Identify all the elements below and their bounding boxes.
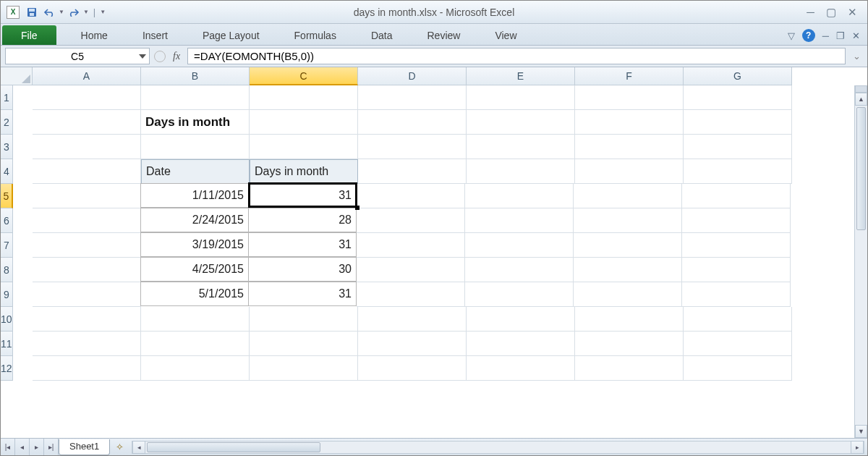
tab-page-layout[interactable]: Page Layout (185, 25, 277, 45)
cell-D3[interactable] (358, 135, 467, 159)
cell-E5[interactable] (465, 184, 574, 208)
cell-E1[interactable] (467, 85, 575, 110)
help-icon[interactable]: ? (802, 29, 815, 42)
formula-expand-icon[interactable]: ⌄ (850, 51, 863, 62)
sheet-tab-1[interactable]: Sheet1 (59, 439, 110, 455)
row-header-10[interactable]: 10 (1, 307, 13, 332)
redo-dropdown-icon[interactable]: ▼ (83, 9, 89, 15)
minimize-button[interactable]: ─ (807, 6, 814, 19)
cell-F5[interactable] (574, 184, 682, 208)
cell-B4[interactable]: Date (141, 159, 250, 184)
cell-E4[interactable] (467, 159, 575, 184)
row-header-4[interactable]: 4 (1, 159, 13, 184)
vertical-scroll-thumb[interactable] (856, 107, 866, 230)
cell-C6[interactable]: 28 (248, 208, 357, 232)
cell-E8[interactable] (465, 258, 574, 282)
cell-D4[interactable] (358, 159, 467, 184)
undo-dropdown-icon[interactable]: ▼ (59, 9, 64, 15)
cell-F12[interactable] (575, 356, 684, 381)
col-header-F[interactable]: F (575, 67, 684, 85)
cell-B9[interactable]: 5/1/2015 (140, 282, 249, 306)
tab-insert[interactable]: Insert (125, 25, 185, 45)
cell-G8[interactable] (682, 258, 791, 282)
cell-C7[interactable]: 31 (248, 232, 357, 257)
cell-C4[interactable]: Days in month (250, 159, 358, 184)
cell-F3[interactable] (575, 135, 684, 159)
cell-G7[interactable] (682, 233, 791, 258)
cell-D11[interactable] (358, 332, 467, 356)
cell-A5[interactable] (33, 184, 141, 208)
cell-F11[interactable] (575, 332, 684, 356)
cell-C8[interactable]: 30 (248, 257, 357, 282)
file-tab[interactable]: File (2, 25, 56, 45)
cell-C5[interactable]: 31 (248, 183, 357, 208)
horizontal-scrollbar[interactable]: ◂ ▸ (132, 441, 864, 454)
cell-B10[interactable] (141, 307, 250, 332)
row-header-2[interactable]: 2 (1, 110, 13, 135)
tab-review[interactable]: Review (410, 25, 478, 45)
tab-view[interactable]: View (477, 25, 534, 45)
cell-F10[interactable] (575, 307, 684, 332)
cell-A8[interactable] (33, 258, 141, 282)
fx-icon[interactable]: fx (170, 51, 183, 62)
qat-customize-icon[interactable]: ▼ (100, 9, 106, 15)
cell-A9[interactable] (33, 282, 141, 307)
cell-C11[interactable] (250, 332, 358, 356)
cell-G1[interactable] (684, 85, 792, 110)
row-header-5[interactable]: 5 (1, 184, 13, 208)
row-header-8[interactable]: 8 (1, 258, 13, 282)
cell-D1[interactable] (358, 85, 467, 110)
cell-G3[interactable] (684, 135, 792, 159)
tab-formulas[interactable]: Formulas (277, 25, 354, 45)
formula-input[interactable]: =DAY(EOMONTH(B5,0)) (187, 48, 846, 64)
doc-close-button[interactable]: ✕ (852, 30, 860, 41)
cell-B5[interactable]: 1/11/2015 (140, 183, 249, 208)
col-header-C[interactable]: C (250, 67, 358, 85)
sheet-nav-prev-icon[interactable]: ◂ (15, 439, 30, 455)
cell-A11[interactable] (33, 332, 141, 356)
cell-F7[interactable] (574, 233, 682, 258)
cell-G12[interactable] (684, 356, 792, 381)
cell-B11[interactable] (141, 332, 250, 356)
row-header-9[interactable]: 9 (1, 282, 13, 307)
row-header-7[interactable]: 7 (1, 233, 13, 258)
cell-E7[interactable] (465, 233, 574, 258)
scroll-left-button[interactable]: ◂ (132, 441, 145, 454)
cell-F8[interactable] (574, 258, 682, 282)
scroll-down-button[interactable]: ▼ (855, 425, 867, 438)
cell-G4[interactable] (684, 159, 792, 184)
cell-A2[interactable] (33, 110, 141, 135)
cell-G6[interactable] (682, 208, 791, 233)
sheet-nav-next-icon[interactable]: ▸ (30, 439, 44, 455)
cell-C9[interactable]: 31 (248, 282, 357, 306)
cell-E11[interactable] (467, 332, 575, 356)
maximize-button[interactable]: ▢ (826, 6, 836, 19)
row-header-11[interactable]: 11 (1, 332, 13, 356)
cell-C10[interactable] (250, 307, 358, 332)
save-button[interactable] (24, 4, 40, 20)
redo-button[interactable] (66, 4, 82, 20)
row-header-6[interactable]: 6 (1, 208, 13, 233)
close-button[interactable]: ✕ (848, 6, 857, 19)
tab-home[interactable]: Home (64, 25, 125, 45)
horizontal-scroll-thumb[interactable] (147, 442, 320, 452)
cell-B3[interactable] (141, 135, 250, 159)
name-box[interactable]: C5 (5, 48, 150, 64)
cell-G11[interactable] (684, 332, 792, 356)
cell-F4[interactable] (575, 159, 684, 184)
cell-B7[interactable]: 3/19/2015 (140, 232, 249, 257)
cell-E9[interactable] (465, 282, 574, 307)
cell-D6[interactable] (357, 208, 465, 233)
cell-G5[interactable] (682, 184, 791, 208)
undo-button[interactable] (41, 4, 57, 20)
tab-data[interactable]: Data (354, 25, 410, 45)
split-box-v[interactable] (855, 85, 867, 93)
cell-B12[interactable] (141, 356, 250, 381)
cell-E12[interactable] (467, 356, 575, 381)
cell-E2[interactable] (467, 110, 575, 135)
row-header-12[interactable]: 12 (1, 356, 13, 381)
fill-handle[interactable] (355, 206, 359, 210)
scroll-up-button[interactable]: ▲ (855, 93, 867, 106)
scroll-right-button[interactable]: ▸ (851, 441, 864, 454)
cell-D2[interactable] (358, 110, 467, 135)
